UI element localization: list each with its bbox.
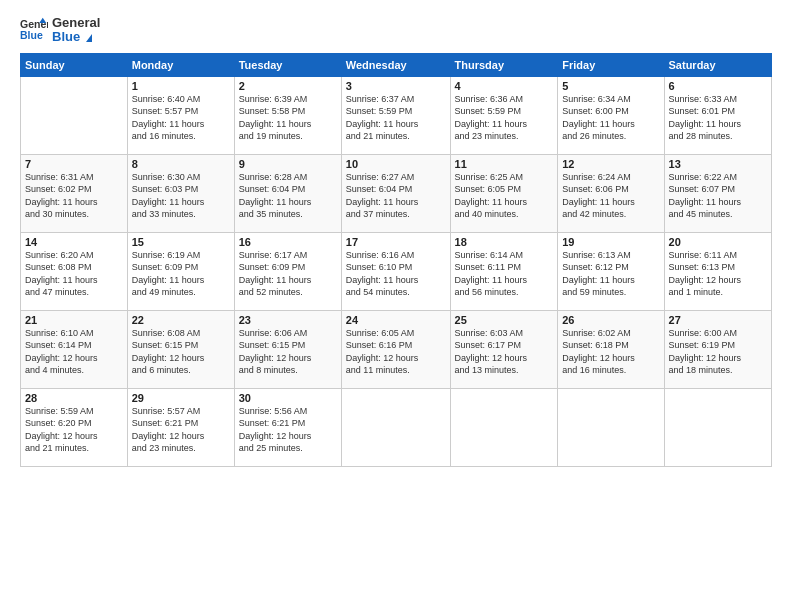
day-number: 23 (239, 314, 337, 326)
calendar-cell: 19Sunrise: 6:13 AM Sunset: 6:12 PM Dayli… (558, 232, 664, 310)
calendar-cell: 14Sunrise: 6:20 AM Sunset: 6:08 PM Dayli… (21, 232, 128, 310)
calendar-cell (450, 388, 558, 466)
weekday-header-wednesday: Wednesday (341, 53, 450, 76)
logo-icon: General Blue (20, 16, 48, 44)
calendar-cell: 24Sunrise: 6:05 AM Sunset: 6:16 PM Dayli… (341, 310, 450, 388)
calendar-body: 1Sunrise: 6:40 AM Sunset: 5:57 PM Daylig… (21, 76, 772, 466)
day-number: 17 (346, 236, 446, 248)
calendar-cell: 23Sunrise: 6:06 AM Sunset: 6:15 PM Dayli… (234, 310, 341, 388)
calendar-cell: 21Sunrise: 6:10 AM Sunset: 6:14 PM Dayli… (21, 310, 128, 388)
weekday-header-tuesday: Tuesday (234, 53, 341, 76)
day-info: Sunrise: 6:27 AM Sunset: 6:04 PM Dayligh… (346, 171, 446, 221)
calendar-header: SundayMondayTuesdayWednesdayThursdayFrid… (21, 53, 772, 76)
day-info: Sunrise: 5:56 AM Sunset: 6:21 PM Dayligh… (239, 405, 337, 455)
logo-blue: Blue (52, 29, 80, 44)
calendar-cell: 4Sunrise: 6:36 AM Sunset: 5:59 PM Daylig… (450, 76, 558, 154)
day-number: 27 (669, 314, 767, 326)
calendar-cell: 8Sunrise: 6:30 AM Sunset: 6:03 PM Daylig… (127, 154, 234, 232)
day-number: 21 (25, 314, 123, 326)
day-info: Sunrise: 6:11 AM Sunset: 6:13 PM Dayligh… (669, 249, 767, 299)
calendar-cell: 13Sunrise: 6:22 AM Sunset: 6:07 PM Dayli… (664, 154, 771, 232)
day-info: Sunrise: 6:05 AM Sunset: 6:16 PM Dayligh… (346, 327, 446, 377)
day-info: Sunrise: 6:37 AM Sunset: 5:59 PM Dayligh… (346, 93, 446, 143)
logo: General Blue General Blue (20, 16, 100, 45)
day-number: 12 (562, 158, 659, 170)
day-number: 4 (455, 80, 554, 92)
day-info: Sunrise: 5:59 AM Sunset: 6:20 PM Dayligh… (25, 405, 123, 455)
calendar-week-row: 28Sunrise: 5:59 AM Sunset: 6:20 PM Dayli… (21, 388, 772, 466)
day-number: 11 (455, 158, 554, 170)
logo-arrow (86, 34, 92, 42)
calendar-cell: 2Sunrise: 6:39 AM Sunset: 5:58 PM Daylig… (234, 76, 341, 154)
calendar-cell: 3Sunrise: 6:37 AM Sunset: 5:59 PM Daylig… (341, 76, 450, 154)
calendar-cell: 1Sunrise: 6:40 AM Sunset: 5:57 PM Daylig… (127, 76, 234, 154)
day-info: Sunrise: 6:40 AM Sunset: 5:57 PM Dayligh… (132, 93, 230, 143)
calendar-cell: 15Sunrise: 6:19 AM Sunset: 6:09 PM Dayli… (127, 232, 234, 310)
calendar-week-row: 7Sunrise: 6:31 AM Sunset: 6:02 PM Daylig… (21, 154, 772, 232)
day-number: 7 (25, 158, 123, 170)
calendar-table: SundayMondayTuesdayWednesdayThursdayFrid… (20, 53, 772, 467)
day-info: Sunrise: 6:06 AM Sunset: 6:15 PM Dayligh… (239, 327, 337, 377)
calendar-cell: 25Sunrise: 6:03 AM Sunset: 6:17 PM Dayli… (450, 310, 558, 388)
day-number: 1 (132, 80, 230, 92)
day-number: 28 (25, 392, 123, 404)
day-number: 18 (455, 236, 554, 248)
day-number: 10 (346, 158, 446, 170)
day-info: Sunrise: 6:36 AM Sunset: 5:59 PM Dayligh… (455, 93, 554, 143)
calendar-cell: 10Sunrise: 6:27 AM Sunset: 6:04 PM Dayli… (341, 154, 450, 232)
calendar-week-row: 21Sunrise: 6:10 AM Sunset: 6:14 PM Dayli… (21, 310, 772, 388)
calendar-cell: 18Sunrise: 6:14 AM Sunset: 6:11 PM Dayli… (450, 232, 558, 310)
day-info: Sunrise: 6:31 AM Sunset: 6:02 PM Dayligh… (25, 171, 123, 221)
day-number: 29 (132, 392, 230, 404)
day-info: Sunrise: 6:19 AM Sunset: 6:09 PM Dayligh… (132, 249, 230, 299)
day-info: Sunrise: 6:24 AM Sunset: 6:06 PM Dayligh… (562, 171, 659, 221)
calendar-cell: 16Sunrise: 6:17 AM Sunset: 6:09 PM Dayli… (234, 232, 341, 310)
calendar-cell: 29Sunrise: 5:57 AM Sunset: 6:21 PM Dayli… (127, 388, 234, 466)
day-info: Sunrise: 6:33 AM Sunset: 6:01 PM Dayligh… (669, 93, 767, 143)
calendar-cell: 11Sunrise: 6:25 AM Sunset: 6:05 PM Dayli… (450, 154, 558, 232)
calendar-cell: 28Sunrise: 5:59 AM Sunset: 6:20 PM Dayli… (21, 388, 128, 466)
day-number: 15 (132, 236, 230, 248)
day-number: 26 (562, 314, 659, 326)
day-info: Sunrise: 6:08 AM Sunset: 6:15 PM Dayligh… (132, 327, 230, 377)
day-number: 19 (562, 236, 659, 248)
calendar-cell (664, 388, 771, 466)
day-info: Sunrise: 6:30 AM Sunset: 6:03 PM Dayligh… (132, 171, 230, 221)
calendar-cell: 22Sunrise: 6:08 AM Sunset: 6:15 PM Dayli… (127, 310, 234, 388)
calendar-cell: 9Sunrise: 6:28 AM Sunset: 6:04 PM Daylig… (234, 154, 341, 232)
svg-text:Blue: Blue (20, 29, 43, 41)
logo-general: General (52, 15, 100, 30)
day-info: Sunrise: 6:02 AM Sunset: 6:18 PM Dayligh… (562, 327, 659, 377)
calendar-cell (558, 388, 664, 466)
day-number: 24 (346, 314, 446, 326)
day-number: 22 (132, 314, 230, 326)
weekday-header-monday: Monday (127, 53, 234, 76)
day-number: 6 (669, 80, 767, 92)
day-info: Sunrise: 6:34 AM Sunset: 6:00 PM Dayligh… (562, 93, 659, 143)
weekday-header-saturday: Saturday (664, 53, 771, 76)
weekday-header-thursday: Thursday (450, 53, 558, 76)
day-info: Sunrise: 6:17 AM Sunset: 6:09 PM Dayligh… (239, 249, 337, 299)
weekday-header-row: SundayMondayTuesdayWednesdayThursdayFrid… (21, 53, 772, 76)
weekday-header-sunday: Sunday (21, 53, 128, 76)
calendar-page: General Blue General Blue SundayMondayTu… (0, 0, 792, 612)
logo-wordmark: General Blue (52, 16, 100, 45)
calendar-cell: 5Sunrise: 6:34 AM Sunset: 6:00 PM Daylig… (558, 76, 664, 154)
weekday-header-friday: Friday (558, 53, 664, 76)
day-number: 30 (239, 392, 337, 404)
calendar-cell: 7Sunrise: 6:31 AM Sunset: 6:02 PM Daylig… (21, 154, 128, 232)
day-number: 13 (669, 158, 767, 170)
calendar-cell: 20Sunrise: 6:11 AM Sunset: 6:13 PM Dayli… (664, 232, 771, 310)
day-info: Sunrise: 6:39 AM Sunset: 5:58 PM Dayligh… (239, 93, 337, 143)
day-number: 3 (346, 80, 446, 92)
day-info: Sunrise: 6:20 AM Sunset: 6:08 PM Dayligh… (25, 249, 123, 299)
calendar-cell (21, 76, 128, 154)
day-number: 8 (132, 158, 230, 170)
day-info: Sunrise: 6:16 AM Sunset: 6:10 PM Dayligh… (346, 249, 446, 299)
day-info: Sunrise: 6:25 AM Sunset: 6:05 PM Dayligh… (455, 171, 554, 221)
calendar-cell: 30Sunrise: 5:56 AM Sunset: 6:21 PM Dayli… (234, 388, 341, 466)
calendar-cell: 6Sunrise: 6:33 AM Sunset: 6:01 PM Daylig… (664, 76, 771, 154)
calendar-week-row: 1Sunrise: 6:40 AM Sunset: 5:57 PM Daylig… (21, 76, 772, 154)
day-info: Sunrise: 6:03 AM Sunset: 6:17 PM Dayligh… (455, 327, 554, 377)
day-info: Sunrise: 6:10 AM Sunset: 6:14 PM Dayligh… (25, 327, 123, 377)
